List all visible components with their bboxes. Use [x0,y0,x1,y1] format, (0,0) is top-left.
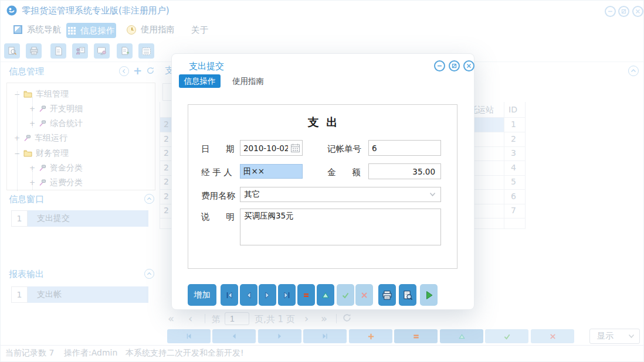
tree-label: 运费分类 [50,177,83,188]
last-record-icon [283,291,291,299]
display-select[interactable]: 显示 [589,329,640,344]
pagination-prev[interactable]: ‹ [188,312,192,325]
toolbar-card-panel-button[interactable] [138,43,154,59]
window-title: 零担货运管理系统专业版(非注册用户) [22,5,170,16]
cell-date: 2 [164,134,169,144]
cell-date: 2 [164,148,169,158]
confirm-button[interactable] [337,284,354,306]
tree-item-freight-category[interactable]: + 运费分类 [29,175,83,190]
prev-record-button[interactable] [240,284,257,306]
print-preview-button[interactable] [399,284,416,306]
next-record-button[interactable] [259,284,276,306]
tree-item-vehicle-group-mgmt[interactable]: − 车组管理 [14,87,69,101]
tree-expander[interactable]: − [14,149,20,158]
menu-item-user-guide[interactable]: 使用指南 [127,24,175,35]
pagination-next[interactable]: › [304,312,309,325]
plus-icon[interactable]: + [133,64,142,77]
pagination-first[interactable]: « [168,312,174,325]
chevron-up-icon[interactable] [144,269,154,279]
nav-first-button[interactable] [167,329,211,343]
cell-date: 2 [164,177,169,186]
last-record-button[interactable] [278,284,296,306]
app-logo-icon [6,5,17,16]
refresh-icon[interactable] [342,313,352,325]
expense-name-select[interactable]: 其它 [240,187,441,202]
tree-expander[interactable]: − [14,90,20,98]
tree-item-finance-mgmt[interactable]: − 财务管理 [14,146,69,160]
report-output-item-expense-book[interactable]: 1 支出帐 [11,286,148,303]
dialog-close-button[interactable] [463,60,474,71]
last-record-icon [321,333,328,340]
statusbar: 当前记录数 7 操作者:Admin 本系统支持二次开发和全新开发! [1,345,644,362]
dialog-tab-info-operate[interactable]: 信息操作 [179,74,221,88]
toolbar-monitor-button[interactable] [94,43,110,59]
tree-expander[interactable]: + [29,164,35,172]
voucher-input[interactable] [368,140,441,156]
list-item-label: 支出帐 [28,286,148,303]
calendar-icon[interactable] [290,143,300,155]
print-button[interactable] [378,284,396,306]
edit-record-button[interactable] [317,284,334,306]
pagination-page-input[interactable] [225,312,249,325]
collapse-left-icon[interactable] [119,66,129,76]
toolbar-user-report-button[interactable] [72,43,88,59]
pagination-last[interactable]: » [321,312,327,325]
display-select-label: 显示 [590,331,614,341]
toolbar-add-document-button[interactable] [117,43,133,59]
minimize-icon [437,63,442,69]
menu-item-about[interactable]: 关于 [191,24,208,36]
add-button[interactable]: 增加 [188,284,216,306]
tree-expander[interactable]: + [29,119,35,128]
titlebar: 零担货运管理系统专业版(非注册用户) [1,1,644,21]
next-record-icon [263,291,272,299]
handler-input[interactable] [240,164,303,179]
toolbar-print-button[interactable] [26,43,42,59]
nav-delete-button[interactable] [394,329,438,343]
delete-record-button[interactable] [297,284,315,306]
window-maximize-button[interactable] [618,6,629,17]
tree-expander[interactable]: + [29,179,35,187]
note-textarea[interactable]: 买调压阀35元 [240,209,441,245]
menubar: 系统导航 信息操作 使用指南 关于 [1,22,644,39]
dialog-minimize-button[interactable] [434,60,445,71]
tree-item-expense-detail[interactable]: + 开支明细 [29,101,83,116]
cell-id: 4 [511,163,516,172]
tree-item-fund-category[interactable]: + 资金分类 [29,160,83,175]
window-minimize-button[interactable] [605,6,616,17]
tree-expander[interactable]: + [29,105,35,113]
menu-item-system-nav[interactable]: 系统导航 [13,24,61,35]
cell-id: 6 [511,192,516,201]
first-record-button[interactable] [221,284,238,306]
status-operator: 操作者:Admin [64,348,117,358]
tree-expander[interactable]: + [14,134,20,142]
cell-id: 2 [511,134,516,144]
dialog-restore-button[interactable] [449,60,460,71]
nav-prev-button[interactable] [212,329,256,343]
chevron-up-icon[interactable] [144,194,154,204]
menu-label: 系统导航 [27,24,61,35]
tree-item-comprehensive-stats[interactable]: + 综合统计 [29,116,83,131]
dialog-tab-user-guide[interactable]: 使用指南 [228,74,269,88]
sidebar: 信息管理 + − 车组管理 + 开支明细 + [1,62,159,345]
nav-edit-button[interactable] [440,329,483,343]
info-window-item-expense-submit[interactable]: 1 支出提交 [11,210,148,227]
cancel-button[interactable] [355,284,373,306]
execute-button[interactable] [420,284,438,306]
toolbar-search-button[interactable] [4,43,20,59]
printer-icon [29,46,39,56]
nav-cancel-button[interactable] [531,329,574,343]
refresh-icon[interactable] [146,66,155,77]
nav-next-button[interactable] [258,329,301,343]
amount-input[interactable] [368,163,441,179]
tree-item-vehicle-group-run[interactable]: + 车组运行 [14,131,67,145]
menu-item-info-operate[interactable]: 信息操作 [66,23,116,38]
tree-label: 财务管理 [36,148,69,159]
nav-confirm-button[interactable] [485,329,528,343]
divider [336,314,337,323]
nav-add-button[interactable] [349,329,392,343]
nav-last-button[interactable] [303,329,347,343]
chevron-up-icon[interactable] [628,66,639,76]
window-close-button[interactable] [632,6,643,17]
cell-id: 5 [511,177,516,186]
toolbar-document-button[interactable] [50,43,66,59]
